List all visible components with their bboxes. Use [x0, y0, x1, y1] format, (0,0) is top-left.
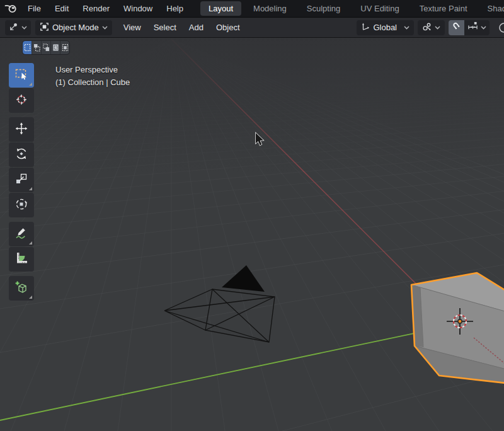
snap-increment-icon: [467, 21, 478, 33]
scale-icon: [14, 172, 28, 188]
select-mode-extend-button[interactable]: [32, 41, 42, 54]
tool-annotate[interactable]: [9, 222, 34, 246]
snap-with-dropdown[interactable]: [464, 20, 490, 35]
chevron-down-icon: [481, 26, 486, 30]
workspace-tabs: Layout Modeling Sculpting UV Editing Tex…: [200, 1, 504, 16]
chevron-down-icon: [102, 26, 108, 30]
transform-orientation-dropdown[interactable]: Global: [357, 20, 414, 35]
menu-view[interactable]: View: [117, 20, 147, 35]
snap-toggle-button[interactable]: [449, 20, 464, 35]
pivot-point-icon: [422, 22, 432, 33]
object-mode-icon: [40, 22, 49, 33]
collection-breadcrumb: (1) Collection | Cube: [55, 76, 130, 89]
select-mode-subtract-button[interactable]: [42, 41, 51, 54]
object-mode-label: Object Mode: [52, 23, 99, 32]
pivot-point-dropdown[interactable]: [418, 20, 445, 35]
tool-cursor[interactable]: [9, 88, 34, 113]
viewport-header: Object Mode View Select Add Object Globa…: [0, 18, 504, 38]
3d-viewport-editor-icon: [9, 22, 18, 33]
menu-render[interactable]: Render: [76, 2, 117, 15]
tool-transform[interactable]: [9, 193, 34, 217]
viewport-3d[interactable]: User Perspective (1) Collection | Cube: [0, 38, 504, 431]
chevron-down-icon: [21, 26, 27, 30]
menu-file[interactable]: File: [21, 2, 48, 15]
chevron-down-icon: [435, 26, 440, 30]
object-mode-dropdown[interactable]: Object Mode: [35, 20, 112, 35]
menu-window[interactable]: Window: [117, 2, 159, 15]
tool-move[interactable]: [9, 117, 34, 142]
transform-icon: [14, 197, 28, 214]
chevron-down-icon: [404, 26, 410, 30]
orientation-label: Global: [373, 23, 397, 32]
rotate-icon: [14, 147, 28, 163]
tool-scale[interactable]: [9, 168, 34, 192]
topbar: File Edit Render Window Help Layout Mode…: [0, 0, 504, 18]
workspace-tab-shading[interactable]: Shading: [479, 1, 504, 16]
add-cube-icon: [14, 280, 28, 297]
annotate-icon: [14, 226, 28, 243]
select-mode-invert-button[interactable]: [51, 41, 60, 54]
menu-help[interactable]: Help: [159, 2, 190, 15]
measure-icon: [14, 251, 28, 268]
view-perspective-label: User Perspective: [55, 64, 130, 76]
proportional-editing-button[interactable]: [494, 20, 504, 35]
magnet-icon: [452, 21, 461, 33]
editor-type-button[interactable]: [5, 20, 31, 35]
transform-orientation-icon: [361, 22, 370, 33]
menu-edit[interactable]: Edit: [48, 2, 76, 15]
workspace-tab-modeling[interactable]: Modeling: [245, 1, 295, 16]
tool-select-box[interactable]: [9, 63, 34, 88]
workspace-tab-uv-editing[interactable]: UV Editing: [352, 1, 407, 16]
blender-window: File Edit Render Window Help Layout Mode…: [0, 0, 504, 431]
workspace-tab-sculpting[interactable]: Sculpting: [299, 1, 348, 16]
select-mode-set-button[interactable]: [23, 41, 32, 54]
horizon-fade: [0, 38, 504, 173]
blender-logo-icon[interactable]: [4, 2, 18, 16]
tool-rotate[interactable]: [9, 142, 34, 167]
menu-add[interactable]: Add: [183, 20, 210, 35]
workspace-tab-layout[interactable]: Layout: [200, 1, 241, 16]
tool-measure[interactable]: [9, 247, 34, 272]
select-mode-intersect-button[interactable]: [60, 41, 69, 54]
menu-select[interactable]: Select: [147, 20, 183, 35]
workspace-tab-texture-paint[interactable]: Texture Paint: [411, 1, 476, 16]
snap-controls: [449, 20, 490, 35]
tool-add-cube[interactable]: [9, 276, 34, 301]
select-mode-toolbar: [23, 41, 69, 54]
move-icon: [14, 122, 28, 138]
3d-cursor-tool-icon: [14, 93, 28, 109]
tool-shelf: [9, 63, 34, 301]
viewport-overlay-text: User Perspective (1) Collection | Cube: [55, 64, 130, 89]
select-box-icon: [14, 67, 28, 84]
menu-object[interactable]: Object: [210, 20, 246, 35]
